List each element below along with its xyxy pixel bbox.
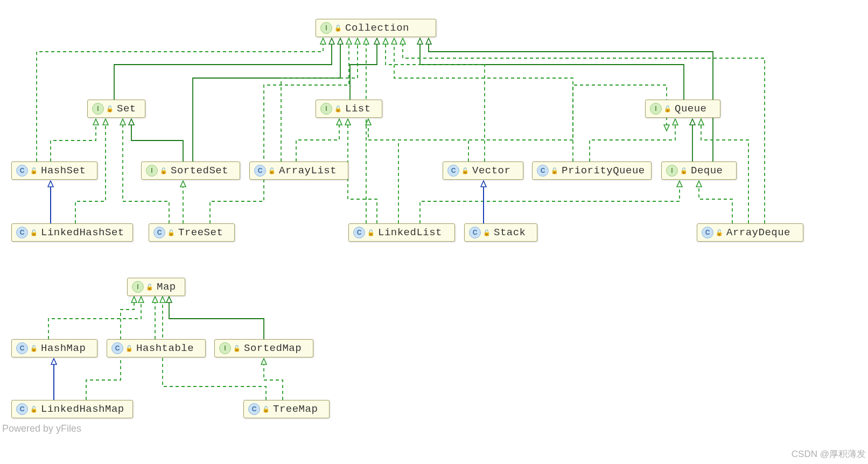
- lock-icon: 🔓: [160, 167, 167, 174]
- interface-icon: I: [320, 22, 332, 34]
- lock-icon: 🔓: [334, 25, 342, 32]
- label-linkedlist: LinkedList: [378, 227, 442, 238]
- class-icon: C: [469, 227, 481, 238]
- class-icon: C: [153, 227, 165, 238]
- lock-icon: 🔓: [30, 229, 38, 236]
- node-linkedlist: C 🔓 LinkedList: [348, 223, 455, 242]
- node-treemap: C 🔓 TreeMap: [243, 400, 330, 418]
- label-hashmap: HashMap: [41, 342, 86, 354]
- class-icon: C: [447, 165, 459, 177]
- watermark-text: CSDN @厚积薄发: [792, 448, 866, 460]
- label-sortedmap: SortedMap: [244, 342, 302, 354]
- lock-icon: 🔓: [334, 106, 342, 113]
- lock-icon: 🔓: [367, 229, 375, 236]
- class-icon: C: [111, 342, 123, 354]
- interface-icon: I: [650, 103, 662, 115]
- label-hashtable: Hashtable: [136, 342, 194, 354]
- label-sortedset: SortedSet: [171, 165, 228, 177]
- lock-icon: 🔓: [680, 167, 688, 174]
- lock-icon: 🔓: [716, 229, 723, 236]
- class-icon: C: [16, 227, 28, 238]
- lock-icon: 🔓: [233, 345, 241, 352]
- label-hashset: HashSet: [41, 165, 86, 177]
- lock-icon: 🔓: [268, 167, 276, 174]
- label-arraydeque: ArrayDeque: [726, 227, 790, 238]
- label-linkedhashmap: LinkedHashMap: [41, 403, 124, 415]
- lock-icon: 🔓: [167, 229, 175, 236]
- node-list: I 🔓 List: [316, 100, 382, 118]
- label-queue: Queue: [675, 103, 707, 115]
- label-list: List: [345, 103, 371, 115]
- node-arraylist: C 🔓 ArrayList: [249, 161, 348, 180]
- label-set: Set: [117, 103, 136, 115]
- class-icon: C: [254, 165, 266, 177]
- label-collection: Collection: [345, 22, 409, 34]
- node-deque: I 🔓 Deque: [661, 161, 737, 180]
- node-stack: C 🔓 Stack: [464, 223, 537, 242]
- label-vector: Vector: [472, 165, 510, 177]
- class-icon: C: [248, 403, 260, 415]
- class-icon: C: [16, 342, 28, 354]
- interface-icon: I: [146, 165, 158, 177]
- lock-icon: 🔓: [664, 106, 671, 113]
- class-icon: C: [16, 403, 28, 415]
- lock-icon: 🔓: [146, 284, 153, 291]
- node-linkedhashmap: C 🔓 LinkedHashMap: [11, 400, 133, 418]
- node-priorityqueue: C 🔓 PriorityQueue: [532, 161, 652, 180]
- lock-icon: 🔓: [30, 167, 38, 174]
- class-icon: C: [702, 227, 713, 238]
- node-arraydeque: C 🔓 ArrayDeque: [697, 223, 803, 242]
- interface-icon: I: [92, 103, 104, 115]
- node-collection: I 🔓 Collection: [316, 19, 436, 37]
- node-treeset: C 🔓 TreeSet: [149, 223, 235, 242]
- node-hashtable: C 🔓 Hashtable: [107, 339, 206, 357]
- label-arraylist: ArrayList: [279, 165, 337, 177]
- node-hashset: C 🔓 HashSet: [11, 161, 97, 180]
- node-set: I 🔓 Set: [87, 100, 145, 118]
- label-map: Map: [157, 281, 176, 293]
- label-deque: Deque: [691, 165, 723, 177]
- lock-icon: 🔓: [551, 167, 558, 174]
- class-icon: C: [16, 165, 28, 177]
- interface-icon: I: [666, 165, 678, 177]
- lock-icon: 🔓: [461, 167, 469, 174]
- node-sortedmap: I 🔓 SortedMap: [214, 339, 313, 357]
- powered-by-text: Powered by yFiles: [2, 423, 81, 434]
- lock-icon: 🔓: [106, 106, 114, 113]
- label-priorityqueue: PriorityQueue: [562, 165, 645, 177]
- lock-icon: 🔓: [30, 406, 38, 413]
- lock-icon: 🔓: [262, 406, 270, 413]
- lock-icon: 🔓: [125, 345, 133, 352]
- node-queue: I 🔓 Queue: [645, 100, 720, 118]
- node-sortedset: I 🔓 SortedSet: [141, 161, 240, 180]
- lock-icon: 🔓: [30, 345, 38, 352]
- node-linkedhashset: C 🔓 LinkedHashSet: [11, 223, 133, 242]
- lock-icon: 🔓: [483, 229, 491, 236]
- node-map: I 🔓 Map: [127, 278, 185, 296]
- label-treeset: TreeSet: [178, 227, 223, 238]
- interface-icon: I: [219, 342, 231, 354]
- label-stack: Stack: [494, 227, 526, 238]
- node-hashmap: C 🔓 HashMap: [11, 339, 97, 357]
- interface-icon: I: [132, 281, 144, 293]
- label-treemap: TreeMap: [273, 403, 318, 415]
- class-icon: C: [353, 227, 365, 238]
- label-linkedhashset: LinkedHashSet: [41, 227, 124, 238]
- class-icon: C: [537, 165, 549, 177]
- node-vector: C 🔓 Vector: [443, 161, 523, 180]
- interface-icon: I: [320, 103, 332, 115]
